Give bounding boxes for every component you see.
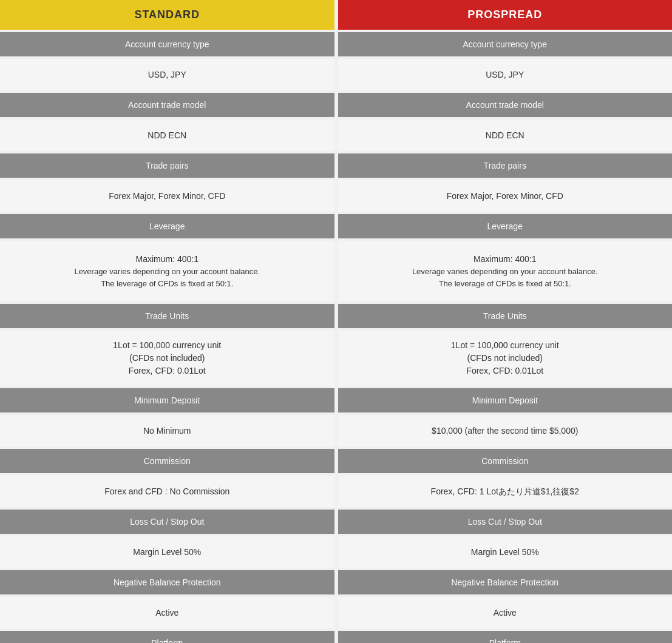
value-line: Maximum: 400:1 [473, 253, 536, 266]
column-header: PROSPREAD [338, 0, 673, 30]
label-row: Account currency type [338, 32, 673, 56]
label-row: Trade pairs [338, 153, 673, 178]
value-row: Forex Major, Forex Minor, CFD [0, 180, 334, 212]
value-line: Maximum: 400:1 [136, 253, 199, 266]
value-row-medium: 1Lot = 100,000 currency unit(CFDs not in… [0, 331, 334, 386]
label-row: Loss Cut / Stop Out [0, 510, 334, 534]
value-line: 1Lot = 100,000 currency unit [451, 339, 559, 352]
label-row: Negative Balance Protection [338, 570, 673, 594]
label-row: Minimum Deposit [338, 388, 673, 412]
value-row: NDD ECN [338, 120, 673, 151]
label-row: Leverage [338, 214, 673, 238]
label-row: Commission [338, 449, 673, 473]
value-line: Forex, CFD: 0.01Lot [466, 365, 543, 377]
value-row: No Minimum [0, 415, 334, 446]
value-line: (CFDs not included) [467, 352, 543, 365]
label-row: Trade pairs [0, 153, 334, 178]
value-row: Active [338, 597, 673, 628]
label-row: Leverage [0, 214, 334, 238]
label-row: Account trade model [338, 93, 673, 117]
standard-column: STANDARDAccount currency typeUSD, JPYAcc… [0, 0, 334, 643]
value-row: USD, JPY [0, 59, 334, 90]
label-row: Platform [0, 631, 334, 643]
label-row: Platform [338, 631, 673, 643]
label-row: Minimum Deposit [0, 388, 334, 412]
prospread-column: PROSPREADAccount currency typeUSD, JPYAc… [338, 0, 673, 643]
value-row-tall: Maximum: 400:1Leverage varies depending … [338, 241, 673, 301]
value-line: 1Lot = 100,000 currency unit [113, 339, 221, 352]
value-row: Active [0, 597, 334, 628]
value-row-tall: Maximum: 400:1Leverage varies depending … [0, 241, 334, 301]
label-row: Loss Cut / Stop Out [338, 510, 673, 534]
value-line: Leverage varies depending on your accoun… [74, 266, 260, 278]
label-row: Trade Units [0, 304, 334, 328]
value-line: Leverage varies depending on your accoun… [412, 266, 598, 278]
value-row: Forex, CFD: 1 Lotあたり片道$1,往復$2 [338, 476, 673, 507]
column-header: STANDARD [0, 0, 334, 30]
label-row: Account trade model [0, 93, 334, 117]
label-row: Negative Balance Protection [0, 570, 334, 594]
value-row: NDD ECN [0, 120, 334, 151]
value-line: Forex, CFD: 0.01Lot [129, 365, 206, 377]
value-line: (CFDs not included) [129, 352, 205, 365]
value-row: USD, JPY [338, 59, 673, 90]
label-row: Trade Units [338, 304, 673, 328]
value-row: Margin Level 50% [0, 536, 334, 568]
comparison-table: STANDARDAccount currency typeUSD, JPYAcc… [0, 0, 672, 643]
value-row-medium: 1Lot = 100,000 currency unit(CFDs not in… [338, 331, 673, 386]
value-row: $10,000 (after the second time $5,000) [338, 415, 673, 446]
value-row: Margin Level 50% [338, 536, 673, 568]
value-row: Forex and CFD : No Commission [0, 476, 334, 507]
value-line: The leverage of CFDs is fixed at 50:1. [101, 278, 233, 290]
value-line: The leverage of CFDs is fixed at 50:1. [439, 278, 571, 290]
label-row: Commission [0, 449, 334, 473]
label-row: Account currency type [0, 32, 334, 56]
value-row: Forex Major, Forex Minor, CFD [338, 180, 673, 212]
